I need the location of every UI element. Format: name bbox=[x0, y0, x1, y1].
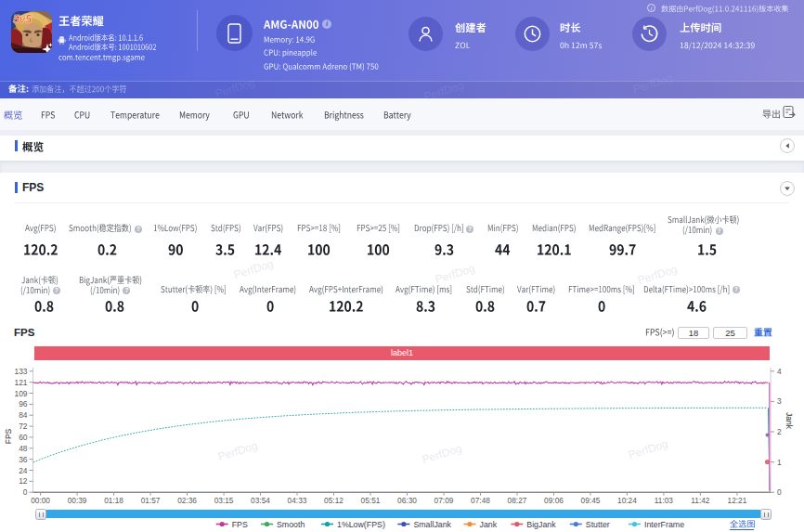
svg-text:48: 48 bbox=[19, 444, 28, 453]
svg-text:FPS: FPS bbox=[232, 520, 248, 529]
svg-text:FPS: FPS bbox=[4, 428, 13, 444]
svg-text:BigJank: BigJank bbox=[526, 520, 556, 529]
svg-text:3: 3 bbox=[777, 396, 782, 406]
svg-text:72: 72 bbox=[19, 422, 28, 431]
svg-text:11:42: 11:42 bbox=[691, 496, 710, 505]
svg-text:07:09: 07:09 bbox=[434, 496, 454, 505]
svg-text:SmallJank: SmallJank bbox=[413, 520, 451, 529]
svg-text:07:48: 07:48 bbox=[471, 496, 490, 505]
svg-text:01:18: 01:18 bbox=[104, 496, 123, 505]
svg-text:2: 2 bbox=[777, 427, 782, 436]
svg-text:0: 0 bbox=[777, 487, 782, 497]
svg-text:11:03: 11:03 bbox=[655, 496, 674, 505]
svg-text:121: 121 bbox=[15, 378, 28, 387]
svg-text:09:45: 09:45 bbox=[581, 496, 601, 505]
svg-text:02:36: 02:36 bbox=[177, 496, 197, 505]
svg-text:04:33: 04:33 bbox=[288, 496, 307, 505]
svg-text:0: 0 bbox=[23, 487, 28, 497]
svg-text:84: 84 bbox=[19, 410, 28, 420]
svg-text:00:39: 00:39 bbox=[68, 496, 87, 505]
svg-text:06:30: 06:30 bbox=[397, 496, 417, 505]
svg-text:96: 96 bbox=[19, 399, 28, 409]
svg-text:05:51: 05:51 bbox=[361, 496, 381, 505]
svg-text:133: 133 bbox=[15, 367, 28, 376]
svg-text:10:24: 10:24 bbox=[617, 496, 637, 505]
svg-text:109: 109 bbox=[15, 389, 28, 398]
svg-text:03:54: 03:54 bbox=[251, 496, 270, 505]
svg-text:03:15: 03:15 bbox=[214, 496, 234, 505]
svg-text:00:00: 00:00 bbox=[31, 496, 50, 505]
svg-text:Jank: Jank bbox=[480, 520, 498, 529]
svg-text:Stutter: Stutter bbox=[586, 520, 610, 529]
svg-text:05:12: 05:12 bbox=[324, 496, 344, 505]
svg-text:08:27: 08:27 bbox=[508, 496, 527, 505]
svg-text:1: 1 bbox=[777, 458, 782, 467]
svg-text:60: 60 bbox=[19, 433, 28, 442]
svg-text:01:57: 01:57 bbox=[141, 496, 161, 505]
svg-text:4: 4 bbox=[777, 367, 782, 376]
svg-text:Jank: Jank bbox=[785, 412, 794, 430]
svg-text:InterFrame: InterFrame bbox=[644, 520, 684, 529]
svg-text:24: 24 bbox=[19, 466, 28, 475]
svg-text:12: 12 bbox=[19, 476, 28, 486]
svg-text:1%Low(FPS): 1%Low(FPS) bbox=[337, 520, 385, 529]
svg-text:36: 36 bbox=[19, 455, 28, 464]
svg-text:09:06: 09:06 bbox=[544, 496, 564, 505]
svg-text:12:21: 12:21 bbox=[728, 496, 747, 505]
svg-text:Smooth: Smooth bbox=[277, 520, 305, 529]
